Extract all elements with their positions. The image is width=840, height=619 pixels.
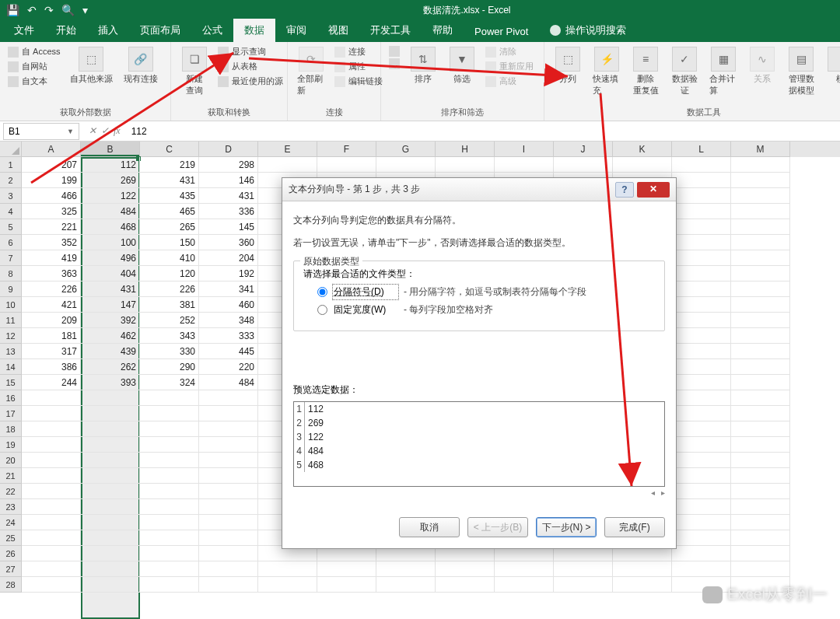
cell[interactable] — [672, 546, 731, 561]
cell[interactable]: 336 — [199, 204, 258, 219]
cell[interactable] — [731, 359, 790, 375]
cell[interactable] — [672, 406, 731, 421]
cell[interactable] — [731, 546, 790, 561]
cell[interactable] — [731, 437, 790, 453]
row-header[interactable]: 15 — [0, 375, 22, 390]
cell[interactable] — [81, 468, 140, 484]
chevron-down-icon[interactable]: ▼ — [67, 128, 74, 135]
cell[interactable] — [199, 561, 258, 577]
cell[interactable] — [731, 313, 790, 328]
row-header[interactable]: 7 — [0, 250, 22, 266]
cell[interactable] — [22, 453, 81, 468]
cell[interactable]: 393 — [81, 375, 140, 390]
cell[interactable] — [731, 157, 790, 173]
clear-filter-button[interactable]: 清除 — [484, 45, 535, 58]
cell[interactable] — [731, 406, 790, 421]
cell[interactable]: 439 — [81, 344, 140, 359]
column-header[interactable]: K — [613, 142, 672, 157]
row-header[interactable]: 22 — [0, 484, 22, 499]
cell[interactable]: 262 — [81, 359, 140, 375]
cell[interactable]: 352 — [22, 235, 81, 250]
cell[interactable] — [672, 328, 731, 344]
cell[interactable] — [495, 157, 554, 173]
row-header[interactable]: 10 — [0, 297, 22, 313]
cell[interactable]: 348 — [199, 313, 258, 328]
tab-insert[interactable]: 插入 — [87, 19, 129, 42]
cell[interactable]: 386 — [22, 359, 81, 375]
cell[interactable] — [731, 421, 790, 437]
cell[interactable] — [672, 468, 731, 484]
reapply-button[interactable]: 重新应用 — [484, 60, 535, 73]
cell[interactable]: 431 — [140, 173, 199, 188]
cell[interactable] — [731, 282, 790, 297]
cell[interactable]: 462 — [81, 328, 140, 344]
connections-button[interactable]: 连接 — [333, 45, 384, 58]
cell[interactable] — [672, 561, 731, 577]
cell[interactable] — [199, 530, 258, 546]
cell[interactable] — [613, 561, 672, 577]
cell[interactable]: 290 — [140, 359, 199, 375]
scroll-right-icon[interactable]: ▸ — [661, 488, 665, 497]
cell[interactable] — [317, 157, 376, 173]
cell[interactable] — [495, 561, 554, 577]
from-text-button[interactable]: 自文本 — [6, 75, 62, 88]
cell[interactable] — [376, 577, 436, 593]
cell[interactable] — [199, 499, 258, 515]
cell[interactable] — [22, 421, 81, 437]
sort-az-button[interactable] — [387, 45, 401, 58]
from-web-button[interactable]: 自网站 — [6, 60, 62, 73]
whatif-button-cropped[interactable]: 模 — [823, 45, 840, 86]
cell[interactable] — [731, 515, 790, 530]
cell[interactable] — [731, 235, 790, 250]
cell[interactable]: 341 — [199, 282, 258, 297]
cell[interactable]: 484 — [81, 204, 140, 219]
cell[interactable]: 360 — [199, 235, 258, 250]
cell[interactable]: 445 — [199, 344, 258, 359]
cell[interactable] — [436, 577, 495, 593]
cell[interactable] — [22, 515, 81, 530]
cell[interactable]: 226 — [140, 282, 199, 297]
cell[interactable]: 419 — [22, 250, 81, 266]
cell[interactable] — [613, 157, 672, 173]
cell[interactable]: 484 — [199, 375, 258, 390]
cell[interactable] — [199, 390, 258, 406]
cell[interactable] — [731, 204, 790, 219]
cell[interactable] — [672, 282, 731, 297]
cell[interactable] — [731, 219, 790, 235]
row-header[interactable]: 6 — [0, 235, 22, 250]
cell[interactable]: 150 — [140, 235, 199, 250]
cell[interactable] — [554, 577, 613, 593]
tab-view[interactable]: 视图 — [317, 19, 359, 42]
cell[interactable] — [140, 484, 199, 499]
cell[interactable] — [140, 499, 199, 515]
cell[interactable]: 226 — [22, 282, 81, 297]
text-to-columns-button[interactable]: ⬚分列 — [551, 45, 585, 86]
column-header[interactable]: D — [199, 142, 258, 157]
row-header[interactable]: 19 — [0, 437, 22, 453]
cell[interactable]: 343 — [140, 328, 199, 344]
cell[interactable] — [140, 577, 199, 593]
cell[interactable] — [317, 577, 376, 593]
cell[interactable] — [199, 421, 258, 437]
cell[interactable] — [495, 577, 554, 593]
column-header[interactable]: B — [81, 142, 140, 157]
cell[interactable]: 147 — [81, 297, 140, 313]
tab-pagelayout[interactable]: 页面布局 — [129, 19, 191, 42]
cell[interactable] — [613, 577, 672, 593]
show-queries-button[interactable]: 显示查询 — [216, 45, 285, 58]
cell[interactable]: 192 — [199, 266, 258, 282]
cell[interactable] — [731, 328, 790, 344]
recent-sources-button[interactable]: 最近使用的源 — [216, 75, 285, 88]
cell[interactable] — [81, 546, 140, 561]
cell[interactable]: 333 — [199, 328, 258, 344]
cell[interactable] — [731, 344, 790, 359]
new-query-button[interactable]: ❏新建 查询 — [177, 45, 212, 98]
cell[interactable] — [22, 406, 81, 421]
cell[interactable] — [731, 453, 790, 468]
cell[interactable] — [22, 390, 81, 406]
cell[interactable] — [22, 499, 81, 515]
cell[interactable]: 381 — [140, 297, 199, 313]
finish-button[interactable]: 完成(F) — [604, 517, 665, 537]
sort-za-button[interactable] — [387, 58, 401, 70]
cell[interactable] — [81, 561, 140, 577]
